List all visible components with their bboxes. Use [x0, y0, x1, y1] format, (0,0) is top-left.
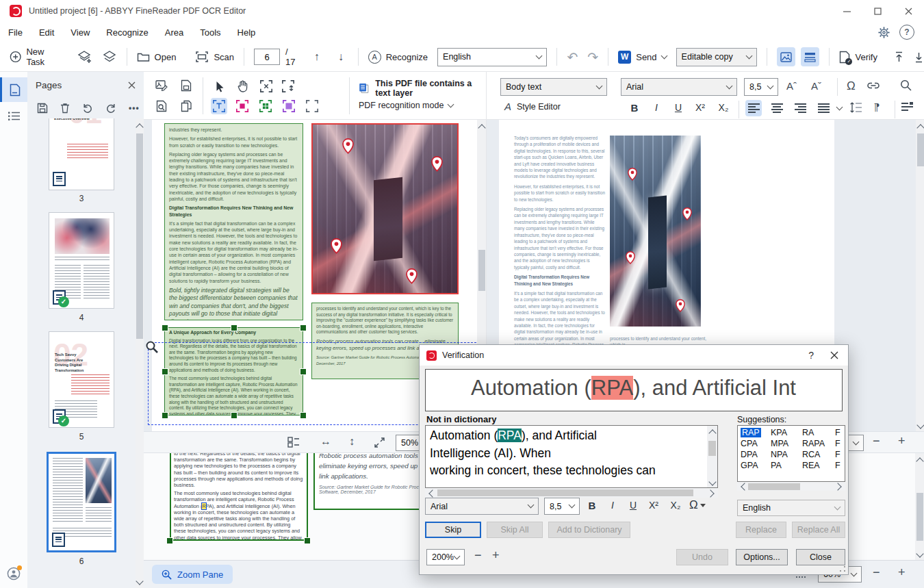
edit-image-icon[interactable] — [153, 77, 170, 94]
dialog-resize-grip[interactable] — [839, 565, 846, 572]
select-tool-icon[interactable] — [211, 77, 229, 95]
undo-icon[interactable]: ↶ — [567, 49, 578, 65]
redo-icon[interactable]: ↷ — [587, 49, 598, 65]
text-area-tool[interactable] — [211, 98, 227, 114]
zoom-pane-scrollbar-thumb[interactable] — [916, 493, 923, 541]
subscript-button[interactable]: X₂ — [715, 102, 732, 113]
menu-file[interactable]: File — [0, 27, 31, 38]
alignment-dropdown-caret[interactable] — [836, 104, 843, 111]
next-page-icon[interactable]: ↓ — [333, 51, 348, 63]
increase-font-icon[interactable]: Aˆ — [786, 80, 797, 92]
export-format-select[interactable]: Editable copy — [676, 48, 758, 66]
skip-all-button[interactable]: Skip All — [487, 522, 543, 538]
zoom-pane-scrollbar[interactable] — [915, 453, 924, 560]
pdf-recognition-mode-dropdown[interactable]: PDF recognition mode — [359, 101, 453, 110]
pages-stack-icon[interactable] — [102, 50, 117, 64]
font-size-select[interactable]: 8,5 — [744, 78, 778, 96]
justify-button[interactable] — [815, 100, 832, 116]
suggestion-item[interactable]: DPA — [741, 450, 771, 459]
bold-button[interactable]: B — [626, 102, 643, 114]
italic-button[interactable]: I — [648, 102, 665, 113]
line-spacing-icon[interactable] — [849, 102, 862, 113]
recognize-button[interactable]: A Recognize — [368, 51, 428, 64]
new-task-button[interactable]: New Task — [10, 47, 64, 67]
verify-button[interactable]: ✓ Verify — [839, 51, 877, 64]
page-thumbnail-6-selected[interactable] — [47, 452, 116, 552]
dialog-subscript-button[interactable]: X₂ — [667, 500, 684, 511]
suggestion-item[interactable]: F — [835, 439, 845, 448]
search-icon[interactable] — [900, 79, 912, 91]
dialog-help-icon[interactable]: ? — [800, 350, 822, 361]
dialog-italic-button[interactable]: I — [604, 500, 621, 511]
selection-handle[interactable] — [304, 537, 311, 544]
text-zoom-out-button[interactable]: − — [873, 434, 880, 448]
previous-page-icon[interactable]: ↑ — [309, 51, 324, 63]
pages-scrollbar[interactable] — [136, 118, 144, 588]
align-right-button[interactable] — [792, 100, 808, 116]
zoom-pane-text-block[interactable]: to the next. Regardless of the details, … — [170, 453, 308, 541]
page-thumbnail-5[interactable]: 02 Tech Savvy Customers Are Driving Digi… — [49, 331, 114, 428]
suggestion-item[interactable]: PA — [771, 461, 802, 470]
generic-area-tool[interactable] — [304, 98, 320, 114]
options-button[interactable]: Options... — [736, 549, 788, 565]
page-thumbnail-3[interactable]: 01 Executive Overview — [49, 118, 114, 190]
delete-area-tool-icon[interactable] — [257, 77, 275, 95]
table-area-tool[interactable] — [257, 98, 274, 114]
help-icon[interactable]: ? — [899, 25, 914, 40]
selection-handle[interactable] — [231, 324, 238, 331]
suggestions-list[interactable]: RAP KPA RA F CPA MPA RAPA F DPA NPA RCA … — [737, 425, 845, 482]
dialog-font-select[interactable]: Arial — [425, 498, 539, 515]
special-character-icon[interactable]: Ω — [847, 79, 856, 93]
next-error-icon[interactable] — [914, 51, 924, 63]
page-thumbnail-4[interactable]: ✓ — [49, 212, 114, 309]
dialog-size-select[interactable]: 8,5 — [544, 498, 580, 515]
selection-handle[interactable] — [166, 537, 173, 544]
suggestion-item[interactable]: F — [835, 450, 845, 459]
dialog-bold-button[interactable]: B — [584, 500, 600, 511]
bottom-zoom-in-button[interactable]: + — [898, 565, 906, 580]
selection-handle[interactable] — [300, 324, 307, 331]
assistant-icon[interactable] — [0, 563, 27, 584]
text-pane-scrollbar-thumb[interactable] — [917, 133, 924, 166]
dialog-close-icon[interactable] — [827, 351, 841, 359]
suggestions-horizontal-scrollbar[interactable] — [737, 482, 845, 491]
recognized-photo[interactable] — [610, 136, 701, 327]
pages-panel-close-icon[interactable] — [128, 81, 136, 89]
image-pane-scrollbar-thumb[interactable] — [478, 250, 485, 291]
rail-pages-tab[interactable] — [0, 77, 27, 102]
rotate-left-icon[interactable] — [82, 103, 93, 114]
selection-handle[interactable] — [162, 324, 168, 331]
dialog-zoom-select[interactable]: 200% — [426, 549, 465, 565]
style-editor-button[interactable]: A Style Editor — [504, 101, 561, 112]
dialog-zoom-out-button[interactable]: − — [474, 548, 482, 563]
menu-view[interactable]: View — [62, 27, 98, 38]
resize-area-tool-icon[interactable] — [279, 77, 297, 95]
save-page-image-icon[interactable] — [178, 77, 194, 94]
menu-recognize[interactable]: Recognize — [98, 27, 156, 38]
text-zoom-in-button[interactable]: + — [898, 434, 906, 448]
image-area-tool[interactable] — [234, 98, 251, 114]
send-dropdown-caret[interactable] — [660, 52, 667, 59]
add-to-dictionary-button[interactable]: Add to Dictionary — [548, 522, 630, 538]
previous-error-icon[interactable] — [894, 51, 904, 63]
edit-box-vertical-scrollbar[interactable] — [707, 426, 717, 487]
replace-all-button[interactable]: Replace All — [792, 522, 845, 538]
menu-area[interactable]: Area — [157, 27, 192, 38]
add-pages-icon[interactable] — [77, 50, 92, 64]
suggestion-item[interactable]: KPA — [771, 428, 802, 437]
undo-button[interactable]: Undo — [676, 549, 728, 565]
menu-help[interactable]: Help — [229, 27, 264, 38]
language-select[interactable]: English — [437, 48, 547, 66]
suggestion-item[interactable]: RCA — [802, 450, 835, 459]
dialog-edit-box[interactable]: Automation (RPA), and Artificial Intelli… — [425, 425, 718, 488]
superscript-button[interactable]: X² — [692, 102, 708, 113]
replace-button[interactable]: Replace — [736, 522, 786, 538]
text-pane-scrollbar[interactable] — [916, 120, 924, 431]
rotate-right-icon[interactable] — [105, 103, 116, 114]
suggestion-item[interactable]: NPA — [771, 450, 802, 459]
zoom-pane-layout-icon[interactable] — [287, 437, 300, 448]
pages-scrollbar-thumb[interactable] — [136, 133, 143, 339]
dialog-close-button[interactable]: Close — [796, 549, 845, 565]
align-left-button[interactable] — [745, 100, 762, 116]
pages-more-icon[interactable]: ••• — [129, 103, 140, 113]
